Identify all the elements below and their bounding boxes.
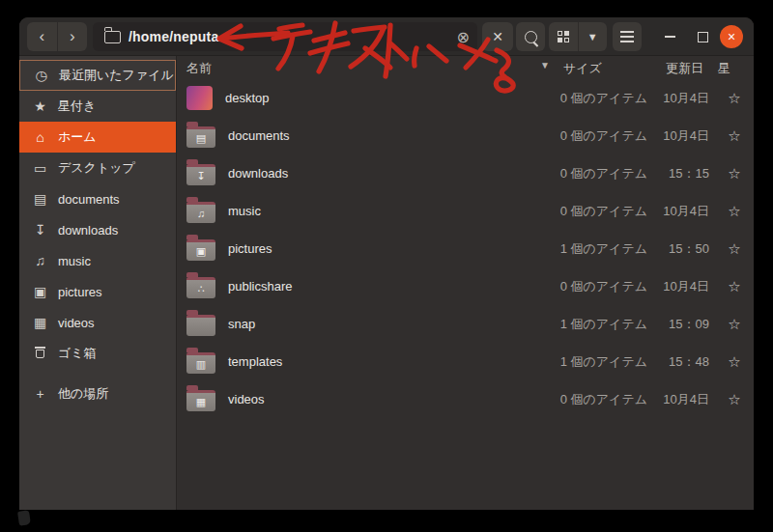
- table-row[interactable]: ∴ publicshare 0 個のアイテム 10月4日 ☆: [177, 267, 754, 305]
- sidebar-item-desktop[interactable]: ▭ デスクトップ: [19, 153, 176, 183]
- column-header-star[interactable]: 星: [718, 60, 730, 77]
- file-name: desktop: [225, 91, 270, 105]
- file-name: documents: [228, 128, 290, 143]
- chevron-down-icon: ▼: [587, 31, 598, 42]
- sidebar-item-music[interactable]: ♫ music: [19, 245, 176, 276]
- home-icon: ⌂: [32, 129, 48, 145]
- nav-button-group: ‹ ›: [27, 22, 87, 51]
- sidebar-item-label: ゴミ箱: [58, 345, 97, 362]
- screenshot-artifact: [17, 510, 31, 526]
- share-icon: ∴: [186, 281, 215, 297]
- file-modified: 15：50: [669, 240, 715, 258]
- folder-icon: ▦: [186, 390, 215, 411]
- sidebar-item-downloads[interactable]: ↧ downloads: [19, 214, 176, 245]
- folder-icon: ↧: [186, 164, 215, 185]
- sort-indicator-icon: ▼: [540, 60, 550, 70]
- file-size: 1 個のアイテム: [560, 240, 657, 258]
- plus-icon: +: [32, 386, 48, 402]
- sidebar-item-starred[interactable]: ★ 星付き: [19, 91, 176, 122]
- table-row[interactable]: snap 1 個のアイテム 15：09 ☆: [177, 305, 754, 343]
- sidebar-item-label: 最近開いたファイル: [59, 67, 174, 84]
- grid-view-button[interactable]: [549, 22, 579, 51]
- chevron-left-icon: ‹: [39, 27, 44, 46]
- sidebar: ◷ 最近開いたファイル ★ 星付き ⌂ ホーム ▭ デスクトップ ▤ docum…: [19, 56, 177, 510]
- minimize-button[interactable]: [657, 17, 682, 56]
- star-toggle-icon[interactable]: ☆: [728, 165, 740, 182]
- maximize-button[interactable]: [690, 17, 715, 56]
- folder-icon: ▥: [186, 352, 215, 374]
- view-dropdown-button[interactable]: ▼: [579, 22, 608, 51]
- sidebar-item-other-locations[interactable]: + 他の場所: [19, 378, 176, 409]
- star-toggle-icon[interactable]: ☆: [728, 391, 740, 408]
- star-toggle-icon[interactable]: ☆: [728, 203, 740, 220]
- clear-entry-icon[interactable]: ⊗: [457, 28, 470, 46]
- table-row[interactable]: ▥ templates 1 個のアイテム 15：48 ☆: [177, 343, 754, 380]
- headerbar: ‹ › /home/neputa ⊗ ✕ ▼: [19, 17, 754, 56]
- file-name-cell: ▦ videos: [177, 387, 502, 411]
- location-entry[interactable]: /home/neputa ⊗: [93, 22, 477, 51]
- file-name: publicshare: [228, 279, 293, 294]
- sidebar-item-home[interactable]: ⌂ ホーム: [19, 122, 176, 153]
- star-toggle-icon[interactable]: ☆: [728, 278, 740, 295]
- picture-icon: ▣: [186, 243, 215, 260]
- close-location-button[interactable]: ✕: [482, 22, 513, 51]
- window-close-button[interactable]: ×: [719, 17, 744, 56]
- file-size: 0 個のアイテム: [560, 165, 657, 182]
- window-content: ◷ 最近開いたファイル ★ 星付き ⌂ ホーム ▭ デスクトップ ▤ docum…: [19, 56, 754, 510]
- star-toggle-icon[interactable]: ☆: [728, 127, 740, 145]
- video-icon: ▦: [186, 394, 215, 410]
- trash-icon: [32, 346, 48, 361]
- star-toggle-icon[interactable]: ☆: [728, 316, 740, 333]
- table-row[interactable]: ▤ documents 0 個のアイテム 10月4日 ☆: [177, 117, 754, 154]
- sidebar-item-label: 他の場所: [58, 385, 108, 403]
- table-row[interactable]: ♫ music 0 個のアイテム 10月4日 ☆: [177, 192, 754, 230]
- maximize-icon: [698, 32, 708, 42]
- sidebar-item-trash[interactable]: ゴミ箱: [19, 338, 176, 369]
- file-name-cell: desktop: [177, 86, 502, 110]
- back-button[interactable]: ‹: [27, 22, 58, 51]
- star-toggle-icon[interactable]: ☆: [728, 353, 740, 371]
- file-name: templates: [228, 354, 282, 369]
- table-row[interactable]: ▣ pictures 1 個のアイテム 15：50 ☆: [177, 230, 754, 267]
- sidebar-item-label: 星付き: [58, 98, 96, 115]
- table-row[interactable]: ↧ downloads 0 個のアイテム 15：15 ☆: [177, 154, 754, 192]
- file-size: 0 個のアイテム: [560, 391, 657, 408]
- file-manager-window: ‹ › /home/neputa ⊗ ✕ ▼: [19, 17, 754, 510]
- template-icon: ▥: [186, 356, 215, 373]
- file-modified: 15：09: [669, 316, 715, 333]
- download-icon: ↧: [32, 222, 48, 238]
- sidebar-item-label: デスクトップ: [58, 159, 135, 177]
- file-modified: 10月4日: [663, 127, 715, 145]
- star-toggle-icon[interactable]: ☆: [728, 240, 740, 258]
- forward-button[interactable]: ›: [58, 22, 88, 51]
- folder-icon: ♫: [186, 202, 215, 223]
- minimize-icon: [665, 36, 675, 38]
- search-button[interactable]: [516, 22, 545, 51]
- file-name-cell: ▥ templates: [177, 350, 502, 374]
- folder-icon: ▤: [186, 126, 215, 148]
- column-header-name[interactable]: 名前: [186, 60, 212, 77]
- table-row[interactable]: desktop 0 個のアイテム 10月4日 ☆: [177, 79, 754, 117]
- clock-icon: ◷: [33, 68, 49, 83]
- hamburger-icon: [620, 31, 634, 42]
- music-icon: ♫: [186, 206, 215, 222]
- picture-icon: ▣: [32, 284, 48, 299]
- list-header: 名前 ▼ サイズ 更新日 星: [177, 56, 754, 79]
- location-path: /home/neputa: [129, 29, 218, 44]
- sidebar-item-videos[interactable]: ▦ videos: [19, 307, 176, 338]
- file-modified: 15：48: [669, 353, 715, 371]
- sidebar-item-recent[interactable]: ◷ 最近開いたファイル: [19, 60, 176, 91]
- hamburger-menu-button[interactable]: [613, 22, 642, 51]
- file-rows: desktop 0 個のアイテム 10月4日 ☆ ▤ documents 0 個…: [177, 79, 754, 510]
- music-icon: ♫: [32, 253, 48, 268]
- table-row[interactable]: ▦ videos 0 個のアイテム 10月4日 ☆: [177, 380, 754, 418]
- sidebar-item-label: downloads: [58, 223, 118, 238]
- star-toggle-icon[interactable]: ☆: [728, 90, 740, 107]
- sidebar-item-pictures[interactable]: ▣ pictures: [19, 276, 176, 307]
- sidebar-item-documents[interactable]: ▤ documents: [19, 183, 176, 214]
- column-header-size[interactable]: サイズ: [563, 60, 602, 77]
- file-name-cell: ▤ documents: [177, 124, 502, 148]
- file-name: music: [228, 204, 261, 218]
- file-list-pane: 名前 ▼ サイズ 更新日 星 desktop 0 個のアイテム 10月4日 ☆ …: [177, 56, 754, 510]
- column-header-modified[interactable]: 更新日: [666, 60, 703, 77]
